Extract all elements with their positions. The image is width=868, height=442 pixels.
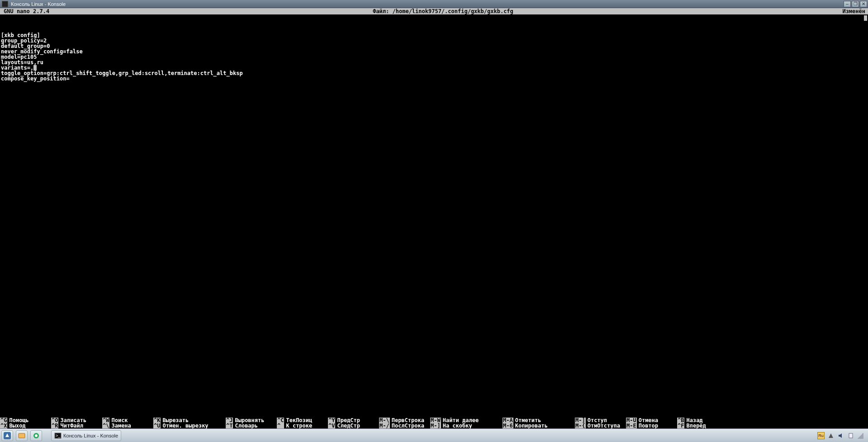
shortcut-label: ОтмОтступа xyxy=(588,423,620,428)
shortcut-key: ^T xyxy=(226,423,233,428)
clipboard-icon[interactable] xyxy=(847,432,854,439)
shortcut-item: M-6Копировать xyxy=(503,423,575,428)
shortcut-item: ^RЧитФайл xyxy=(51,423,102,428)
shortcut-key: M-/ xyxy=(379,423,390,428)
svg-rect-6 xyxy=(849,433,853,438)
shortcut-key: M-6 xyxy=(503,423,513,428)
system-tray: Ru xyxy=(817,432,863,439)
svg-rect-1 xyxy=(19,433,25,438)
shortcut-item: M-]На скобку xyxy=(430,423,503,428)
shortcut-key: ^_ xyxy=(277,423,284,428)
shortcut-label: Замена xyxy=(111,423,131,428)
shortcut-label: Повтор xyxy=(639,423,658,428)
shortcut-item: ^VСледСтр xyxy=(328,423,379,428)
start-menu-button[interactable] xyxy=(1,430,13,441)
shortcut-key: ^V xyxy=(328,423,335,428)
shortcut-key: M-] xyxy=(430,423,441,428)
shortcut-label: СледСтр xyxy=(337,423,360,428)
file-line: compose_key_position= xyxy=(1,76,867,81)
scroll-indicator-icon xyxy=(864,15,867,21)
shortcut-key: ^U xyxy=(153,423,161,428)
file-line: group_policy=2 xyxy=(1,38,867,43)
shortcut-item: ^TСловарь xyxy=(226,423,277,428)
shortcut-label: К строке xyxy=(286,423,312,428)
window-titlebar: Консоль Linux - Konsole – ❐ ✕ xyxy=(0,0,868,8)
close-button[interactable]: ✕ xyxy=(860,1,867,7)
task-konsole[interactable]: >_ Консоль Linux - Konsole xyxy=(51,430,121,441)
shortcut-item: ^XВыход xyxy=(0,423,51,428)
taskbar: >_ Консоль Linux - Konsole Ru xyxy=(0,428,868,442)
file-line: model=pc105 xyxy=(1,54,867,60)
shortcut-label: Выход xyxy=(9,423,25,428)
nano-status: Изменён xyxy=(832,8,868,14)
file-line: toggle_option=grp:ctrl_shift_toggle,grp_… xyxy=(1,71,867,76)
window-title: Консоль Linux - Konsole xyxy=(10,1,844,7)
minimize-button[interactable]: – xyxy=(844,1,851,7)
file-line: default_group=0 xyxy=(1,43,867,49)
shortcut-key: ^\ xyxy=(102,423,109,428)
volume-icon[interactable] xyxy=(837,432,844,439)
show-desktop-button[interactable] xyxy=(16,430,28,441)
shortcut-item: M-/ПослСтрока xyxy=(379,423,430,428)
file-line: [xkb config] xyxy=(1,33,867,38)
shortcut-label: Словарь xyxy=(235,423,258,428)
shortcut-key: ^R xyxy=(51,423,58,428)
shortcut-label: Копировать xyxy=(515,423,548,428)
resize-grip-icon xyxy=(857,433,863,439)
shortcut-label: Вперёд xyxy=(686,423,706,428)
shortcut-label: На скобку xyxy=(443,423,472,428)
shortcut-item: ^FВперёд xyxy=(677,423,728,428)
file-line: never_modify_config=false xyxy=(1,49,867,54)
shortcut-key: ^F xyxy=(677,423,684,428)
svg-point-3 xyxy=(35,434,38,437)
editor-area[interactable]: [xkb config]group_policy=2default_group=… xyxy=(0,14,868,418)
nano-shortcut-bar: ^GПомощь^OЗаписать^WПоиск^KВырезать^JВыр… xyxy=(0,418,868,428)
shortcut-item: ^_К строке xyxy=(277,423,328,428)
maximize-button[interactable]: ❐ xyxy=(852,1,859,7)
quick-launch-button[interactable] xyxy=(30,430,42,441)
notification-icon[interactable] xyxy=(827,432,835,439)
konsole-app-icon xyxy=(2,1,8,7)
svg-text:>_: >_ xyxy=(56,433,61,438)
shortcut-item: ^UОтмен. вырезку xyxy=(153,423,226,428)
task-label: Консоль Linux - Konsole xyxy=(63,433,118,438)
shortcut-item: M-EПовтор xyxy=(626,423,677,428)
shortcut-key: M-E xyxy=(626,423,637,428)
nano-file-label: Файл: /home/linok9757/.config/gxkb/gxkb.… xyxy=(54,8,832,14)
nano-app-version: GNU nano 2.7.4 xyxy=(0,8,54,14)
shortcut-label: ПослСтрока xyxy=(392,423,424,428)
window-controls: – ❐ ✕ xyxy=(844,1,867,7)
nano-header: GNU nano 2.7.4 Файл: /home/linok9757/.co… xyxy=(0,8,868,14)
shortcut-item: M-{ОтмОтступа xyxy=(575,423,626,428)
file-line: layouts=us,ru xyxy=(1,60,867,65)
shortcut-label: Отмен. вырезку xyxy=(162,423,208,428)
shortcut-label: ЧитФайл xyxy=(60,423,83,428)
shortcut-key: ^X xyxy=(0,423,7,428)
shortcut-key: M-{ xyxy=(575,423,586,428)
keyboard-layout-icon[interactable]: Ru xyxy=(817,432,825,439)
shortcut-item: ^\Замена xyxy=(102,423,153,428)
